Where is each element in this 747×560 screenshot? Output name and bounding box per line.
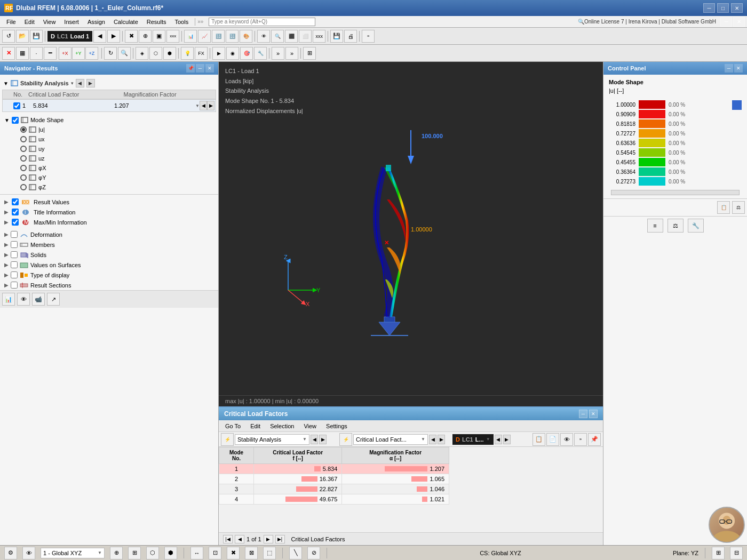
tbl-tb-view[interactable]: 👁 <box>560 433 573 446</box>
nav-tb-eye[interactable]: 👁 <box>17 293 30 306</box>
cb-type-display[interactable] <box>11 271 18 278</box>
tb2-zoom[interactable]: 🔍 <box>118 47 131 60</box>
coord-sys-dropdown[interactable]: 1 - Global XYZ ▼ <box>41 548 105 558</box>
lc-arrow-right[interactable]: ▶ <box>107 30 120 43</box>
tb2-fx[interactable]: FX <box>195 47 208 60</box>
tb2-light[interactable]: 💡 <box>181 47 194 60</box>
nav-tb-results[interactable]: 📊 <box>2 293 15 306</box>
maximize-button[interactable]: □ <box>717 3 729 13</box>
cp-icon1[interactable]: 📋 <box>717 201 730 214</box>
tbl-stab-prev[interactable]: ◀ <box>311 435 318 444</box>
tbl-next[interactable]: ▶ <box>264 535 273 543</box>
cp-scrollbar[interactable] <box>611 190 740 195</box>
mode-row[interactable]: 1 5.834 1.207 ▼ ◀ ▶ <box>2 99 216 112</box>
tbl-icon2[interactable]: ⚡ <box>339 433 352 446</box>
cb-deformation[interactable] <box>11 231 18 238</box>
tbl-stability-dropdown[interactable]: Stability Analysis ▼ <box>235 434 309 445</box>
tb2-axis-z[interactable]: +Z <box>85 47 98 60</box>
status-tb6[interactable]: ⊡ <box>209 547 221 559</box>
stability-header[interactable]: ▼ Stability Analysis ▾ ◀ ▶ <box>2 77 216 90</box>
lc-arrow-left[interactable]: ◀ <box>93 30 106 43</box>
nav-close[interactable]: ✕ <box>205 64 214 73</box>
tbl-clf-next[interactable]: ▶ <box>438 435 445 444</box>
tb-box[interactable]: ▣ <box>153 30 165 43</box>
tbl-menu-selection[interactable]: Selection <box>266 422 298 430</box>
menu-assign[interactable]: Assign <box>83 18 109 26</box>
radio-u-abs[interactable] <box>20 126 27 133</box>
expand-type-display[interactable]: ▶ Type of display <box>2 270 216 280</box>
expand-values-surfaces[interactable]: ▶ Values on Surfaces <box>2 260 216 270</box>
toolbar-open[interactable]: 📂 <box>16 30 29 43</box>
tbl-last[interactable]: ▶| <box>275 535 285 543</box>
status-tb11[interactable]: ⊘ <box>307 547 320 559</box>
tbl-tb-pin[interactable]: 📌 <box>588 433 601 446</box>
menu-edit[interactable]: Edit <box>20 18 39 26</box>
tbl-stab-next[interactable]: ▶ <box>319 435 327 444</box>
toolbar-save[interactable]: 💾 <box>30 30 43 43</box>
tbl-lc-next[interactable]: ▶ <box>503 435 511 444</box>
mode-shape-checkbox[interactable] <box>12 117 19 124</box>
tb2-axis-x[interactable]: +X <box>59 47 71 60</box>
radio-phiy[interactable] <box>20 174 27 181</box>
cp-scroll[interactable]: Mode Shape |u| [--] 1.00000 0.00 % 0.909… <box>603 75 747 505</box>
tb-more[interactable]: » <box>362 30 375 43</box>
cb-result-values[interactable] <box>12 198 19 205</box>
tb2-wire[interactable]: ⬢ <box>163 47 176 60</box>
tb2-member[interactable]: ━ <box>44 47 57 60</box>
tb-result5[interactable]: 🎨 <box>240 30 252 43</box>
mode-phix[interactable]: φX <box>18 163 216 173</box>
license-close[interactable]: ✕ <box>733 17 745 27</box>
tbl-lc-prev[interactable]: ◀ <box>495 435 502 444</box>
status-tb7[interactable]: ✖ <box>227 547 240 559</box>
status-tb9[interactable]: ⬚ <box>263 547 276 559</box>
tb2-node[interactable]: · <box>30 47 43 60</box>
status-icon2[interactable]: 👁 <box>22 547 35 559</box>
search-input[interactable] <box>209 18 315 26</box>
status-tb2[interactable]: ⊞ <box>128 547 141 559</box>
table-row[interactable]: 4 49.675 1.021 <box>219 494 449 505</box>
mode-phiy[interactable]: φY <box>18 173 216 182</box>
tbl-tb-more[interactable]: » <box>574 433 587 446</box>
table-row[interactable]: 1 5.834 1.207 <box>219 464 449 474</box>
status-tb4[interactable]: ⬢ <box>164 547 177 559</box>
menu-view[interactable]: View <box>39 18 60 26</box>
lc-selector[interactable]: D LC1 Load 1 <box>47 31 92 42</box>
table-row[interactable]: 3 22.827 1.046 <box>219 484 449 494</box>
tb-cursor[interactable]: ✖ <box>125 30 138 43</box>
tb-result1[interactable]: 📊 <box>184 30 197 43</box>
expand-result-sections[interactable]: ▶ Result Sections <box>2 280 216 290</box>
cp-close[interactable]: ✕ <box>734 64 743 73</box>
status-grid2[interactable]: ⊟ <box>730 547 743 559</box>
tb-save-img[interactable]: 💾 <box>330 30 343 43</box>
mode-prev[interactable]: ◀ <box>200 101 207 110</box>
tbl-icon[interactable]: ⚡ <box>221 433 234 446</box>
radio-phix[interactable] <box>20 165 27 171</box>
menu-results[interactable]: Results <box>142 18 171 26</box>
tbl-tb-paste[interactable]: 📄 <box>546 433 559 446</box>
nav-tb-video[interactable]: 📹 <box>32 293 45 306</box>
tbl-clf-prev[interactable]: ◀ <box>429 435 436 444</box>
tb2-render2[interactable]: ⬡ <box>149 47 162 60</box>
tbl-prev[interactable]: ◀ <box>235 535 244 543</box>
cb-result-sections[interactable] <box>11 282 18 289</box>
tb2-results2[interactable]: ◉ <box>226 47 239 60</box>
tb2-results4[interactable]: 🔧 <box>254 47 267 60</box>
cb-values-surfaces[interactable] <box>11 261 18 268</box>
tb-result2[interactable]: 📈 <box>198 30 211 43</box>
tb-view1[interactable]: 👁 <box>257 30 270 43</box>
tbl-menu-goto[interactable]: Go To <box>221 422 245 430</box>
cb-solids[interactable] <box>11 251 18 258</box>
search-box[interactable] <box>209 18 573 26</box>
tb-print[interactable]: 🖨 <box>344 30 357 43</box>
check-result-values[interactable]: ▶ xxx Result Values <box>2 197 216 207</box>
minimize-button[interactable]: ─ <box>703 3 715 13</box>
tb2-x[interactable]: ✕ <box>2 47 15 60</box>
menu-file[interactable]: File <box>2 18 20 26</box>
cp-min[interactable]: ─ <box>725 64 733 73</box>
cp-action3[interactable]: 🔧 <box>688 219 704 233</box>
tb2-axis-y[interactable]: +Y <box>72 47 85 60</box>
menu-tools[interactable]: Tools <box>170 18 193 26</box>
nav-tb-arrow[interactable]: ↗ <box>47 293 60 306</box>
viewport-3d[interactable]: LC1 - Load 1 Loads [kip] Stability Analy… <box>219 62 603 406</box>
mode-checkbox[interactable] <box>13 102 20 109</box>
